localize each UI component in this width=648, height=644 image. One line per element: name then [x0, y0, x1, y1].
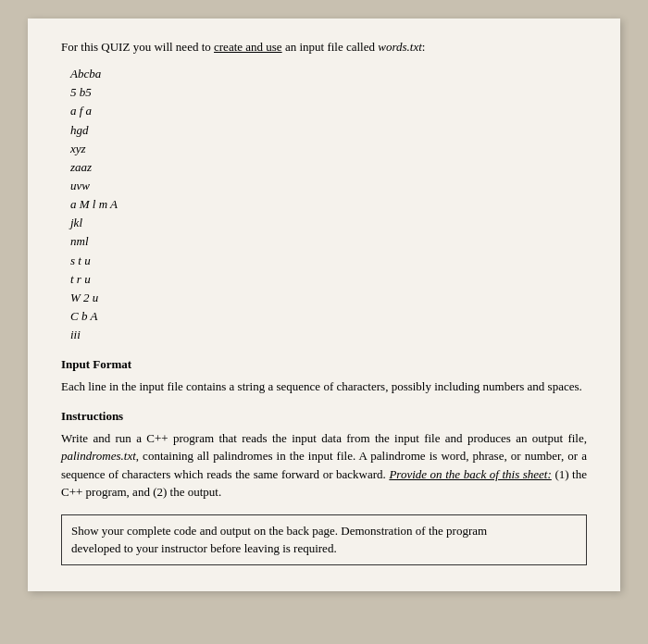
instructions-underline-italic: Provide on the back of this sheet:: [389, 467, 551, 481]
intro-paragraph: For this QUIZ you will need to create an…: [61, 39, 587, 56]
list-item: t r u: [70, 270, 587, 289]
list-item: C b A: [70, 307, 587, 326]
list-item: Abcba: [70, 65, 587, 83]
box-section: Show your complete code and output on th…: [61, 514, 587, 565]
box-line1-start: Show your complete code and output on th…: [71, 524, 338, 538]
list-item: zaaz: [70, 158, 587, 177]
paper-document: For this QUIZ you will need to create an…: [28, 19, 620, 591]
list-item: W 2 u: [70, 289, 587, 307]
list-item: uvw: [70, 177, 587, 195]
list-item: nml: [70, 232, 587, 251]
instructions-italic-filename: palindromes.txt: [61, 449, 136, 463]
instructions-block: Write and run a C++ program that reads t…: [61, 429, 587, 502]
list-item: jkl: [70, 214, 587, 232]
word-list: Abcba5 b5a f ahgdxyzzaazuvwa M l m Ajkln…: [70, 65, 587, 344]
list-item: hgd: [70, 121, 587, 140]
intro-colon: :: [422, 40, 426, 54]
box-line1-end: Demonstration of the program: [338, 524, 487, 538]
intro-text-after: an input file called: [282, 40, 379, 54]
list-item: 5 b5: [70, 83, 587, 102]
instructions-part1: Write and run a C++ program that reads t…: [61, 431, 587, 445]
input-format-heading: Input Format: [61, 357, 587, 372]
intro-filename: words.txt: [378, 40, 422, 54]
input-format-text: Each line in the input file contains a s…: [61, 378, 587, 396]
list-item: xyz: [70, 140, 587, 158]
list-item: iii: [70, 326, 587, 344]
list-item: a f a: [70, 102, 587, 120]
box-line2: developed to your instructor before leav…: [71, 541, 337, 555]
intro-underline: create and use: [214, 40, 282, 54]
list-item: a M l m A: [70, 195, 587, 214]
list-item: s t u: [70, 252, 587, 270]
instructions-text: Write and run a C++ program that reads t…: [61, 429, 587, 502]
instructions-heading: Instructions: [61, 409, 587, 424]
intro-text-before: For this QUIZ you will need to: [61, 40, 214, 54]
